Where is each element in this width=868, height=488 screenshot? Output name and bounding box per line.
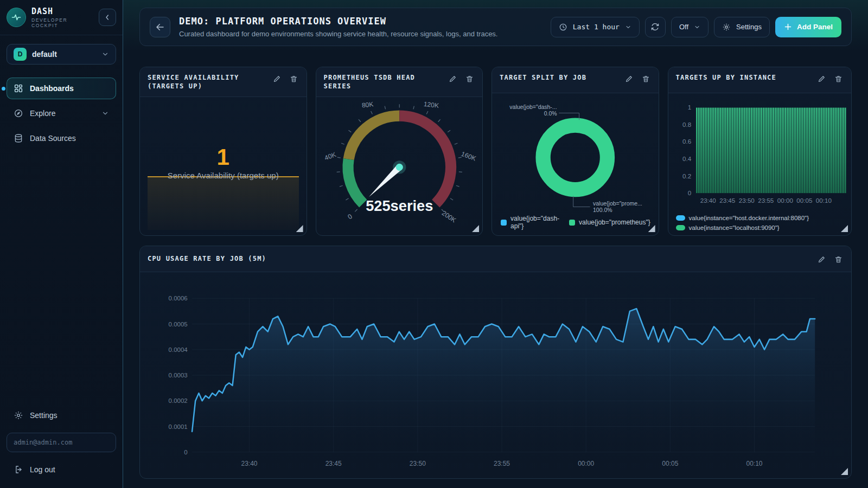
svg-text:1: 1 [687,104,691,111]
pencil-icon [449,75,457,83]
gauge-chart[interactable]: 040K80K120K160K200K 525series [316,97,483,235]
chevron-left-icon [103,13,112,22]
panel-target-split: TARGET SPLIT BY JOB [492,67,659,236]
stat-chart[interactable]: 1 Service Availability (targets up) [140,97,307,235]
sidebar-item-explore[interactable]: Explore [7,102,116,124]
delete-panel-button[interactable] [833,254,844,265]
page-title: DEMO: PLATFORM OPERATIONS OVERVIEW [179,16,542,27]
donut-legend: value{job="dash-api"} value{job="prometh… [492,215,659,235]
logout-icon [14,465,23,474]
edit-panel-button[interactable] [272,74,282,84]
svg-text:0.8: 0.8 [682,121,691,128]
svg-text:0.4: 0.4 [682,155,692,162]
dashboard-settings-button[interactable]: Settings [714,17,770,37]
chevron-down-icon [101,50,109,58]
svg-text:23:45: 23:45 [719,197,735,204]
back-button[interactable] [150,17,170,37]
gear-icon [14,410,23,420]
pencil-icon [273,75,281,83]
stat-value: 1 [140,144,307,170]
callout-connector [573,196,590,207]
pencil-icon [818,75,826,83]
add-panel-button[interactable]: Add Panel [775,17,841,37]
sidebar: DASH DEVELOPER COCKPIT D default [0,0,123,488]
edit-panel-button[interactable] [816,74,827,84]
delete-panel-button[interactable] [289,74,299,84]
svg-text:00:00: 00:00 [578,460,594,467]
org-name: default [32,50,96,59]
svg-text:00:10: 00:10 [746,460,762,467]
bars-legend: value{instance="host.docker.internal:808… [668,215,851,235]
compass-icon [14,108,23,118]
panel-grid: SERVICE AVAILABILITY (TARGETS UP) [139,67,852,236]
chevron-down-icon [625,24,631,30]
stat-sparkline [148,176,299,230]
svg-text:23:45: 23:45 [326,460,342,467]
edit-panel-button[interactable] [624,74,634,84]
pencil-icon [625,75,633,83]
auto-refresh-select[interactable]: Off [671,17,709,37]
delete-panel-button[interactable] [833,74,844,84]
sidebar-item-dashboards[interactable]: Dashboards [7,78,116,99]
app-name: DASH [31,7,93,16]
donut-callout-pct: 100.0% [593,207,612,213]
app-subtitle: DEVELOPER COCKPIT [31,17,93,28]
edit-panel-button[interactable] [816,254,827,265]
legend-item[interactable]: value{job="prometheus"} [569,219,650,226]
auto-refresh-value: Off [679,23,688,31]
bar-chart[interactable]: 10.80.60.40.2023:4023:4523:5023:5500:000… [668,93,851,215]
svg-text:40K: 40K [323,151,337,162]
sidebar-item-settings[interactable]: Settings [7,404,116,426]
sidebar-item-label: Settings [30,411,109,420]
panel-title: PROMETHEUS TSDB HEAD SERIES [324,73,444,91]
database-icon [14,133,23,143]
svg-text:160K: 160K [460,150,477,163]
panel-cpu-usage: CPU USAGE RATE BY JOB (5M) 00.0001 [139,246,852,479]
legend-label: value{job="prometheus"} [579,219,650,226]
app-logo [7,8,26,27]
org-avatar: D [14,48,27,61]
panel-targets-up: TARGETS UP BY INSTANCE [668,67,852,236]
legend-item[interactable]: value{instance="host.docker.internal:808… [676,215,844,221]
donut-callout-label: value{job="prome... [593,201,642,207]
trash-icon [834,255,843,264]
svg-text:23:40: 23:40 [241,460,258,467]
svg-text:0.0005: 0.0005 [169,321,188,328]
panel-title: CPU USAGE RATE BY JOB (5M) [148,254,812,263]
stat-label: Service Availability (targets up) [140,171,307,180]
svg-text:23:55: 23:55 [494,460,510,467]
clock-icon [559,23,567,31]
sidebar-item-data-sources[interactable]: Data Sources [7,127,116,149]
trash-icon [290,75,298,83]
svg-text:0.6: 0.6 [682,138,691,145]
svg-text:0: 0 [687,189,691,196]
legend-item[interactable]: value{instance="localhost:9090"} [676,224,844,231]
svg-text:120K: 120K [423,100,439,110]
chevron-down-icon [694,24,700,30]
line-chart[interactable]: 00.00010.00020.00030.00040.00050.000623:… [140,272,851,478]
sidebar-item-label: Dashboards [30,84,109,93]
panel-title: TARGETS UP BY INSTANCE [676,73,812,82]
time-range-picker[interactable]: Last 1 hour [551,17,640,37]
legend-item[interactable]: value{job="dash-api"} [501,215,559,230]
svg-text:00:00: 00:00 [777,197,793,204]
edit-panel-button[interactable] [448,74,458,84]
donut-chart[interactable]: value{job="dash-... 0.0% value{job="prom… [492,93,659,215]
page-subtitle: Curated dashboard for demo environments … [179,30,542,38]
refresh-button[interactable] [645,17,666,37]
legend-label: value{instance="host.docker.internal:808… [689,215,809,221]
logout-button[interactable]: Log out [7,459,116,480]
sidebar-collapse-button[interactable] [99,9,116,26]
delete-panel-button[interactable] [464,74,475,84]
delete-panel-button[interactable] [641,74,651,84]
sidebar-item-label: Data Sources [30,134,109,143]
brand-header: DASH DEVELOPER COCKPIT [0,0,123,35]
time-range-value: Last 1 hour [573,23,620,31]
sidebar-item-label: Log out [30,465,109,474]
dashboard-header: DEMO: PLATFORM OPERATIONS OVERVIEW Curat… [139,8,852,46]
donut-slice-prometheus[interactable] [543,125,607,189]
svg-text:00:05: 00:05 [796,197,812,204]
dashboards-grid-icon [14,84,23,93]
org-selector[interactable]: D default [7,44,116,65]
panel-tsdb-head-series: PROMETHEUS TSDB HEAD SERIES [316,67,483,236]
